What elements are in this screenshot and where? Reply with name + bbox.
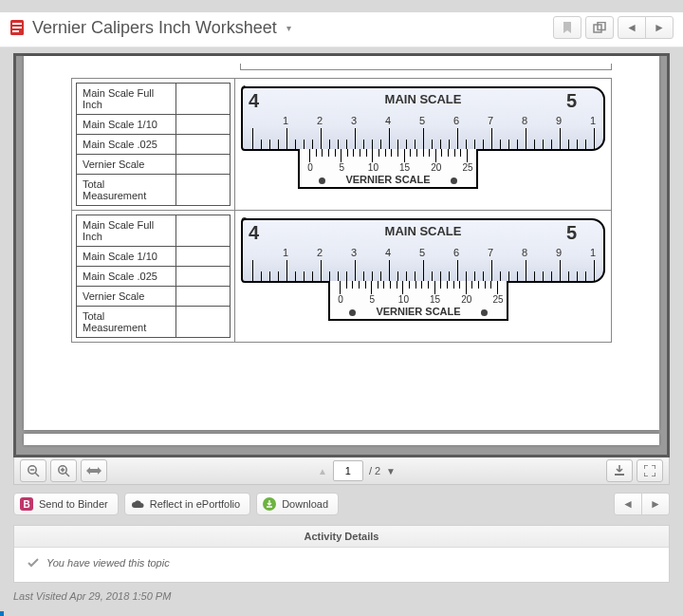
page-down-button[interactable]: ▼ (386, 466, 396, 476)
activity-header: Activity Details (14, 526, 669, 548)
row-value (176, 307, 231, 338)
send-to-binder-button[interactable]: B Send to Binder (13, 493, 119, 515)
activity-text: You have viewed this topic (46, 557, 170, 569)
pill-label: Send to Binder (39, 498, 108, 510)
pdf-frame: Main Scale Full Inch Main Scale 1/10 Mai… (13, 53, 670, 457)
check-icon (28, 557, 39, 569)
worksheet-row-2: Main Scale Full Inch Main Scale 1/10 Mai… (71, 210, 612, 343)
worksheet-row-1: Main Scale Full Inch Main Scale 1/10 Mai… (71, 78, 612, 211)
row-label: Vernier Scale (77, 155, 176, 175)
row-value (176, 135, 231, 155)
svg-rect-3 (12, 30, 19, 32)
prev-topic-button[interactable]: ◄ (618, 16, 646, 39)
prev-item-button[interactable]: ◄ (614, 493, 642, 515)
pdf-page: Main Scale Full Inch Main Scale 1/10 Mai… (24, 56, 659, 430)
row-value (176, 175, 231, 206)
row-label: Main Scale Full Inch (77, 215, 176, 247)
last-visited-label: Last Visited (13, 590, 69, 602)
svg-line-10 (65, 473, 69, 476)
vs-tick-host: 0510152025 (330, 281, 507, 300)
cloud-icon (131, 499, 144, 509)
row-value (176, 84, 231, 115)
popout-button[interactable] (585, 16, 614, 39)
title-nav: ◄ ► (618, 16, 674, 39)
next-page-peek (24, 434, 659, 445)
main-scale: MAIN SCALE 4 5 1234567891 (241, 218, 605, 283)
caliper-2: MAIN SCALE 4 5 1234567891 0510152025 (241, 218, 605, 324)
title-actions: ◄ ► (553, 16, 674, 39)
row-value (176, 155, 231, 175)
ms-tick-host: 1234567891 (243, 88, 603, 149)
download-pdf-button[interactable] (606, 459, 633, 482)
download-icon (263, 497, 276, 511)
caliper-1: MAIN SCALE 4 5 (241, 86, 605, 192)
activity-body: You have viewed this topic (14, 548, 669, 582)
next-item-button[interactable]: ► (641, 493, 670, 515)
vernier-scale-label: VERNIER SCALE (300, 174, 476, 185)
main-scale: MAIN SCALE 4 5 (241, 86, 605, 151)
page-up-button[interactable]: ▲ (318, 466, 327, 476)
row-value (176, 287, 231, 307)
vs-tick-host: 0510152025 (300, 149, 476, 168)
row-label: Vernier Scale (77, 287, 176, 307)
binder-icon: B (20, 497, 33, 511)
last-visited-value: Apr 29, 2018 1:50 PM (69, 590, 171, 602)
page-gap (24, 434, 659, 453)
title-dropdown[interactable]: ▾ (286, 23, 291, 33)
zoom-in-button[interactable] (50, 459, 77, 482)
vernier-scale: 0510152025 VERNIER SCALE (298, 149, 478, 189)
row-label: Main Scale 1/10 (77, 115, 176, 135)
vernier-scale: 0510152025 VERNIER SCALE (328, 281, 508, 321)
svg-rect-1 (12, 23, 22, 25)
title-bar: Vernier Calipers Inch Worksheet ▾ ◄ ► (0, 12, 683, 47)
toolbar-left (20, 459, 107, 482)
ws-table-2: Main Scale Full Inch Main Scale 1/10 Mai… (72, 211, 235, 342)
vernier-scale-label: VERNIER SCALE (330, 306, 507, 317)
ws-figure-2: 2 MAIN SCALE 4 5 1234567891 0510152025 (235, 211, 611, 342)
row-label: Main Scale .025 (77, 135, 176, 155)
last-visited: Last Visited Apr 29, 2018 1:50 PM (13, 590, 670, 602)
fit-width-button[interactable] (81, 459, 107, 482)
pdf-viewer: Main Scale Full Inch Main Scale 1/10 Mai… (13, 47, 670, 485)
next-topic-button[interactable]: ► (645, 16, 674, 39)
partial-row-top (240, 64, 612, 70)
action-row: B Send to Binder Reflect in ePortfolio D… (13, 493, 670, 515)
row-label: Main Scale 1/10 (77, 247, 176, 267)
row-label: Total Measurement (77, 307, 176, 338)
page-total-label: / 2 (369, 465, 380, 476)
row-label: Main Scale Full Inch (77, 84, 176, 115)
activity-details: Activity Details You have viewed this to… (13, 525, 670, 583)
svg-line-7 (35, 473, 39, 476)
download-button[interactable]: Download (256, 493, 339, 515)
row-label: Total Measurement (77, 175, 176, 206)
row-label: Main Scale .025 (77, 267, 176, 287)
zoom-out-button[interactable] (20, 459, 46, 482)
title-row: Vernier Calipers Inch Worksheet ▾ (9, 18, 291, 38)
pdf-icon (9, 20, 25, 35)
row-value (176, 247, 231, 267)
row-value (176, 215, 231, 247)
toolbar-right (606, 459, 663, 482)
reflect-eportfolio-button[interactable]: Reflect in ePortfolio (124, 493, 250, 515)
page-title: Vernier Calipers Inch Worksheet (32, 18, 277, 38)
action-right-nav: ◄ ► (614, 493, 670, 515)
fullscreen-button[interactable] (637, 459, 663, 482)
pill-label: Download (282, 498, 328, 510)
pdf-toolbar: ▲ / 2 ▼ (13, 457, 670, 485)
footer-accent (0, 611, 4, 616)
page: Table of Contents › Pre-Quiz › Vernier C… (0, 0, 683, 616)
ms-tick-host: 1234567891 (243, 220, 603, 281)
svg-rect-13 (615, 474, 624, 476)
action-left: B Send to Binder Reflect in ePortfolio D… (13, 493, 339, 515)
svg-rect-2 (12, 27, 22, 28)
ws-table-1: Main Scale Full Inch Main Scale 1/10 Mai… (72, 79, 235, 210)
row-value (176, 115, 231, 135)
bookmark-button[interactable] (553, 16, 581, 39)
page-number-input[interactable] (333, 460, 363, 481)
row-value (176, 267, 231, 287)
pill-label: Reflect in ePortfolio (150, 498, 240, 510)
toolbar-center: ▲ / 2 ▼ (318, 460, 396, 481)
ws-figure-1: 1 MAIN SCALE 4 5 (235, 79, 611, 210)
